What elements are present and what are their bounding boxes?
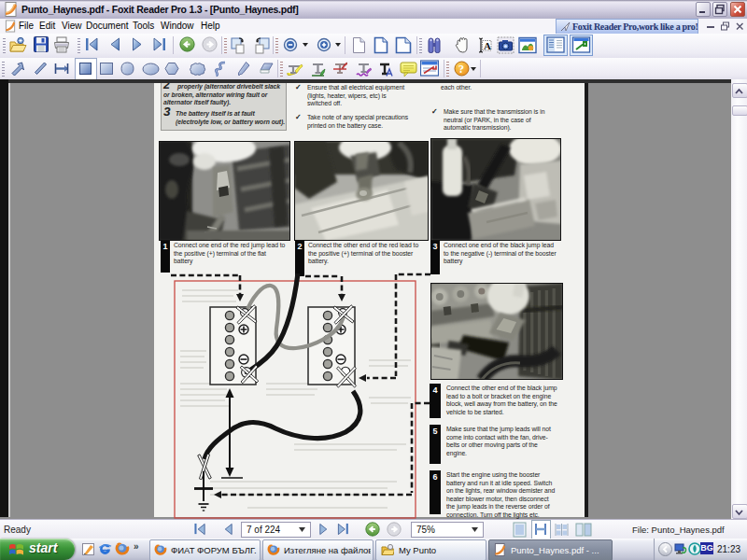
svg-text:?: ? [458, 63, 464, 76]
svg-text:A: A [484, 40, 491, 51]
